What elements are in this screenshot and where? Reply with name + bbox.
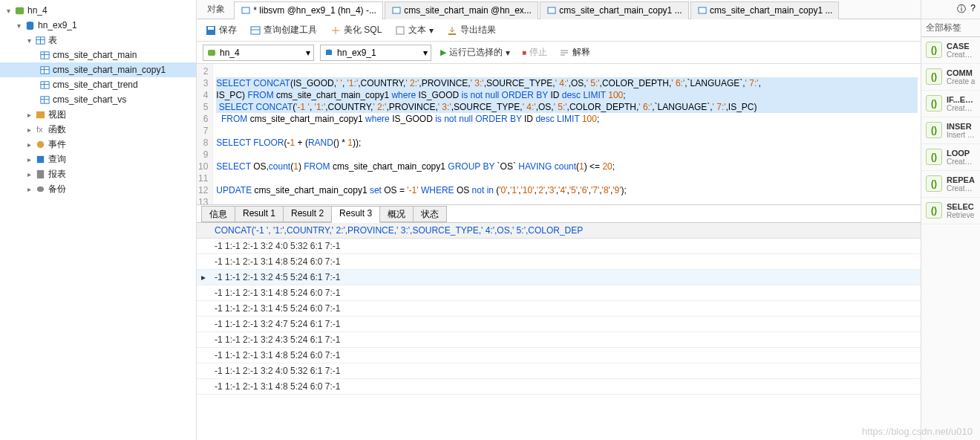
svg-rect-37 bbox=[326, 51, 332, 55]
svg-rect-26 bbox=[393, 7, 400, 13]
table-folder-icon bbox=[34, 34, 46, 46]
editor-tab[interactable]: cms_site_chart_main_copy1 ... bbox=[690, 1, 840, 19]
save-button[interactable]: 保存 bbox=[203, 22, 240, 39]
explain-button[interactable]: 解释 bbox=[556, 44, 593, 61]
help-icon[interactable]: ? bbox=[970, 3, 976, 16]
editor-tab[interactable]: cms_site_chart_main @hn_ex... bbox=[385, 1, 538, 19]
tree-node[interactable]: ▸报表 bbox=[0, 166, 196, 181]
code-area[interactable]: SELECT CONCAT(IS_GOOD,' ', '1:',COUNTRY,… bbox=[213, 64, 921, 204]
line-gutter: 2345678910111213 bbox=[197, 64, 213, 204]
node-icon bbox=[34, 109, 46, 120]
table-icon bbox=[39, 64, 50, 76]
svg-rect-10 bbox=[40, 66, 48, 73]
snippet-item[interactable]: ()INSERInsert ne into an table bbox=[921, 117, 980, 144]
svg-rect-13 bbox=[40, 81, 48, 88]
table-icon bbox=[39, 49, 50, 61]
table-row[interactable]: -1 1:-1 2:-1 3:1 4:8 5:24 6:0 7:-1 bbox=[197, 379, 921, 395]
result-tab[interactable]: 概况 bbox=[379, 206, 414, 222]
info-icon[interactable]: ⓘ bbox=[957, 3, 966, 16]
twisty-icon: ▾ bbox=[3, 7, 13, 15]
editor-tab[interactable]: * libsvm @hn_ex9_1 (hn_4) -... bbox=[234, 1, 383, 19]
tree-node[interactable]: ▸fx函数 bbox=[0, 122, 196, 137]
beautify-sql-button[interactable]: 美化 SQL bbox=[327, 22, 385, 39]
svg-point-21 bbox=[36, 140, 43, 147]
svg-rect-0 bbox=[15, 7, 23, 13]
snippet-item[interactable]: ()IF...ELSCreate a construct bbox=[921, 91, 980, 117]
snippet-item[interactable]: ()SELECRetrieve bbox=[921, 198, 980, 224]
table-row[interactable]: -1 1:-1 2:-1 3:2 4:0 5:32 6:1 7:-1 bbox=[197, 239, 921, 254]
svg-rect-25 bbox=[242, 7, 249, 13]
snippet-icon: () bbox=[926, 68, 942, 85]
svg-point-3 bbox=[26, 27, 33, 30]
tab-icon bbox=[391, 5, 402, 16]
tree-table[interactable]: cms_site_chart_trend bbox=[0, 77, 196, 92]
node-icon bbox=[34, 168, 46, 180]
snippet-icon: () bbox=[926, 149, 942, 165]
db-tree[interactable]: ▾ hn_4 ▾ hn_ex9_1 ▾ 表 cms_site_chart_mai… bbox=[0, 0, 197, 440]
svg-point-24 bbox=[36, 186, 43, 192]
svg-rect-33 bbox=[396, 27, 404, 34]
tree-node[interactable]: ▸备份 bbox=[0, 181, 196, 196]
tree-node[interactable]: ▸视图 bbox=[0, 107, 196, 122]
query-builder-button[interactable]: 查询创建工具 bbox=[247, 22, 320, 39]
object-label: 对象 bbox=[200, 3, 232, 16]
svg-rect-34 bbox=[448, 33, 456, 35]
editor-tabs[interactable]: 对象 * libsvm @hn_ex9_1 (hn_4) -... cms_si… bbox=[197, 0, 921, 19]
snippet-item[interactable]: ()COMMCreate a bbox=[921, 64, 980, 91]
tree-node[interactable]: ▸事件 bbox=[0, 137, 196, 152]
tab-icon bbox=[697, 5, 708, 16]
tree-table[interactable]: cms_site_chart_main_copy1 bbox=[0, 62, 196, 77]
snippet-icon: () bbox=[926, 122, 942, 138]
editor-tab[interactable]: cms_site_chart_main_copy1 ... bbox=[540, 1, 689, 19]
tab-icon bbox=[546, 5, 557, 16]
result-tab[interactable]: 状态 bbox=[413, 206, 447, 222]
svg-rect-7 bbox=[40, 51, 48, 58]
result-tabs[interactable]: 信息Result 1Result 2Result 3概况状态 bbox=[197, 205, 921, 223]
result-tab[interactable]: 信息 bbox=[201, 206, 235, 222]
tree-database[interactable]: ▾ hn_ex9_1 bbox=[0, 18, 196, 33]
table-row[interactable]: -1 1:-1 2:-1 3:2 4:0 5:32 6:1 7:-1 bbox=[197, 363, 921, 379]
tree-node[interactable]: ▸查询 bbox=[0, 152, 196, 166]
run-button[interactable]: ▶运行已选择的 ▾ bbox=[437, 44, 513, 61]
tree-tables-folder[interactable]: ▾ 表 bbox=[0, 33, 196, 48]
result-tab[interactable]: Result 2 bbox=[283, 206, 332, 222]
table-row[interactable]: -1 1:-1 2:-1 3:1 4:8 5:24 6:0 7:-1 bbox=[197, 285, 921, 301]
sql-editor[interactable]: 2345678910111213 SELECT CONCAT(IS_GOOD,'… bbox=[197, 64, 921, 205]
table-row[interactable]: -1 1:-1 2:-1 3:1 4:8 5:24 6:0 7:-1 bbox=[197, 348, 921, 363]
result-tab[interactable]: Result 1 bbox=[235, 206, 284, 222]
database-combo[interactable]: hn_ex9_1▾ bbox=[320, 45, 431, 61]
export-button[interactable]: 导出结果 bbox=[444, 22, 499, 39]
snippet-pane[interactable]: ⓘ ? 全部标签 ()CASECreate a conditional cons… bbox=[921, 0, 980, 440]
table-row[interactable]: -1 1:-1 2:-1 3:1 4:5 5:24 6:0 7:-1 bbox=[197, 301, 921, 317]
node-icon bbox=[34, 153, 46, 165]
table-icon bbox=[39, 79, 50, 91]
snippet-item[interactable]: ()REPEACreate A construct Statemer repea… bbox=[921, 171, 980, 198]
table-row[interactable]: ▸-1 1:-1 2:-1 3:2 4:5 5:24 6:1 7:-1 bbox=[197, 270, 921, 285]
snippet-icon: () bbox=[926, 95, 942, 111]
tree-table[interactable]: cms_site_chart_main bbox=[0, 48, 196, 62]
column-header[interactable]: CONCAT('-1 ', '1:',COUNTRY,' 2:',PROVINC… bbox=[210, 223, 921, 239]
snippet-icon: () bbox=[926, 175, 942, 192]
svg-text:fx: fx bbox=[36, 125, 42, 134]
snippet-filter-tab[interactable]: 全部标签 bbox=[921, 19, 980, 37]
svg-rect-23 bbox=[36, 169, 43, 178]
snippet-item[interactable]: ()CASECreate a conditional construct bbox=[921, 37, 980, 64]
text-button[interactable]: 文本 ▾ bbox=[392, 22, 437, 39]
tree-table[interactable]: cms_site_chart_vs bbox=[0, 92, 196, 107]
result-tab[interactable]: Result 3 bbox=[331, 206, 380, 223]
svg-rect-31 bbox=[251, 27, 260, 34]
svg-rect-30 bbox=[208, 27, 214, 30]
connection-combo[interactable]: hn_4▾ bbox=[203, 45, 314, 61]
svg-rect-27 bbox=[548, 7, 555, 13]
table-row[interactable]: -1 1:-1 2:-1 3:2 4:3 5:24 6:1 7:-1 bbox=[197, 332, 921, 348]
table-row[interactable]: -1 1:-1 2:-1 3:2 4:7 5:24 6:1 7:-1 bbox=[197, 317, 921, 332]
conn-label: hn_4 bbox=[27, 5, 48, 16]
run-bar: hn_4▾ hn_ex9_1▾ ▶运行已选择的 ▾ ■停止 解释 bbox=[197, 42, 921, 64]
stop-button[interactable]: ■停止 bbox=[519, 44, 550, 61]
svg-rect-28 bbox=[699, 7, 706, 13]
result-grid[interactable]: CONCAT('-1 ', '1:',COUNTRY,' 2:',PROVINC… bbox=[197, 223, 921, 440]
table-row[interactable]: -1 1:-1 2:-1 3:1 4:8 5:24 6:0 7:-1 bbox=[197, 254, 921, 270]
toolbar: 保存 查询创建工具 美化 SQL 文本 ▾ 导出结果 bbox=[197, 19, 921, 42]
tree-connection[interactable]: ▾ hn_4 bbox=[0, 3, 196, 18]
snippet-item[interactable]: ()LOOPCreate a loop co bbox=[921, 144, 980, 171]
